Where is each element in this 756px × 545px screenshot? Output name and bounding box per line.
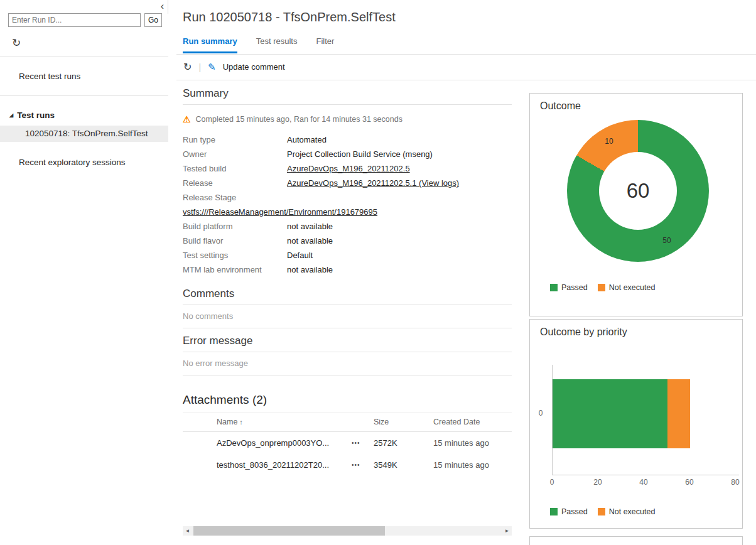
attachment-name[interactable]: AzDevOps_onpremp0003YO... (217, 438, 352, 448)
scrollbar-track[interactable] (192, 526, 502, 536)
next-card-partial (529, 536, 743, 545)
bar-segment-passed[interactable] (553, 379, 667, 448)
passed-swatch (550, 508, 558, 515)
release-stage-link[interactable]: vstfs:///ReleaseManagement/Environment/1… (183, 205, 377, 219)
divider (183, 328, 512, 328)
field-release: Release AzureDevOps_M196_20211202.5.1 (V… (183, 176, 512, 190)
go-button[interactable]: Go (144, 13, 162, 27)
test-runs-tree-label: Test runs (17, 111, 55, 120)
scroll-left-arrow-icon[interactable]: ◄ (183, 528, 192, 534)
divider (176, 54, 756, 55)
comments-empty-text: No comments (183, 305, 512, 328)
priority-card-title: Outcome by priority (530, 320, 742, 338)
legend-label-not-executed: Not executed (609, 283, 656, 292)
outcome-donut-chart: 60 10 50 (567, 120, 709, 262)
not-executed-swatch (598, 284, 605, 291)
run-id-input[interactable] (8, 13, 141, 27)
bar-segment-not-executed[interactable] (667, 379, 691, 448)
legend-label-not-executed: Not executed (609, 507, 656, 516)
summary-heading: Summary (183, 87, 512, 100)
field-test-settings: Test settings Default (183, 248, 512, 262)
outcome-legend: Passed Not executed (550, 283, 655, 292)
tree-expanded-icon: ◢ (9, 113, 13, 118)
x-tick-label: 60 (685, 478, 693, 487)
legend-item-passed: Passed (550, 507, 588, 516)
toolbar-refresh-icon[interactable]: ↻ (183, 61, 192, 73)
tab-test-results[interactable]: Test results (256, 36, 298, 53)
field-tested-build: Tested build AzureDevOps_M196_20211202.5 (183, 161, 512, 176)
outcome-by-priority-card: Outcome by priority 0 0 20 40 60 80 Pass… (529, 319, 743, 529)
legend-item-not-executed: Not executed (598, 507, 656, 516)
collapse-panel-icon[interactable]: ‹ (161, 1, 164, 11)
refresh-icon[interactable]: ↻ (12, 37, 21, 49)
run-status-row: ⚠ Completed 15 minutes ago, Ran for 14 m… (183, 114, 512, 124)
priority-bar (553, 379, 690, 448)
field-build-platform: Build platform not available (183, 219, 512, 234)
field-build-flavor: Build flavor not available (183, 234, 512, 248)
toolbar: ↻ | ✎ Update comment (183, 61, 285, 73)
scroll-right-arrow-icon[interactable]: ► (502, 528, 512, 534)
divider (183, 375, 512, 375)
error-heading: Error message (183, 335, 512, 347)
legend-label-passed: Passed (561, 283, 588, 292)
legend-item-not-executed: Not executed (598, 283, 656, 292)
release-link[interactable]: AzureDevOps_M196_20211202.5.1 (View logs… (287, 176, 459, 190)
error-empty-text: No error message (183, 352, 512, 375)
field-mtm-lab-environment: MTM lab environment not available (183, 262, 512, 277)
category-label: 0 (535, 409, 546, 418)
not-executed-swatch (598, 508, 605, 515)
field-release-stage-value: vstfs:///ReleaseManagement/Environment/1… (183, 205, 512, 219)
column-header-size[interactable]: Size (374, 418, 433, 426)
edit-pencil-icon[interactable]: ✎ (208, 62, 216, 73)
tested-build-link[interactable]: AzureDevOps_M196_20211202.5 (287, 161, 410, 176)
sort-ascending-icon: ↑ (239, 418, 243, 426)
recent-exploratory-sessions-link[interactable]: Recent exploratory sessions (0, 158, 168, 167)
toolbar-separator: | (198, 62, 201, 72)
warning-icon: ⚠ (183, 114, 191, 124)
main-panel: Run 102050718 - TfsOnPrem.SelfTest Run s… (168, 0, 756, 545)
summary-fields: Run type Automated Owner Project Collect… (183, 132, 512, 277)
passed-swatch (550, 284, 558, 291)
attachment-name[interactable]: testhost_8036_20211202T20... (217, 460, 352, 470)
priority-legend: Passed Not executed (550, 507, 655, 516)
comments-heading: Comments (183, 288, 512, 300)
x-tick-label: 0 (550, 478, 554, 487)
run-summary-content: Summary ⚠ Completed 15 minutes ago, Ran … (183, 80, 512, 476)
x-tick-label: 40 (639, 478, 647, 487)
update-comment-button[interactable]: Update comment (223, 62, 285, 72)
slice-label-not-executed: 10 (605, 137, 613, 146)
divider (0, 95, 168, 96)
attachments-heading: Attachments (2) (183, 393, 512, 407)
legend-label-passed: Passed (561, 507, 588, 516)
more-options-icon[interactable]: ••• (352, 440, 374, 446)
sidebar: ‹ Go ↻ Recent test runs ◢ Test runs 1020… (0, 0, 168, 545)
outcome-total: 60 (599, 152, 677, 230)
slice-label-passed: 50 (662, 236, 671, 245)
x-tick-label: 20 (593, 478, 602, 487)
tab-run-summary[interactable]: Run summary (183, 36, 237, 53)
attachments-header-row: Name↑ Size Created Date (183, 413, 512, 432)
column-header-name[interactable]: Name↑ (217, 418, 352, 426)
recent-test-runs-link[interactable]: Recent test runs (0, 57, 168, 95)
run-status-text: Completed 15 minutes ago, Ran for 14 min… (196, 115, 402, 124)
tab-filter[interactable]: Filter (316, 36, 334, 53)
tab-bar: Run summary Test results Filter (183, 36, 334, 53)
scrollbar-thumb[interactable] (193, 526, 385, 536)
x-axis-line (552, 475, 739, 475)
attachment-created-date: 15 minutes ago (433, 438, 489, 448)
outcome-card: Outcome 60 10 50 Passed Not executed (529, 93, 743, 316)
page-title: Run 102050718 - TfsOnPrem.SelfTest (183, 10, 396, 24)
attachment-row: testhost_8036_20211202T20... ••• 3549K 1… (183, 454, 512, 476)
attachment-created-date: 15 minutes ago (433, 460, 489, 470)
sidebar-refresh-row: ↻ (0, 27, 168, 57)
more-options-icon[interactable]: ••• (352, 461, 374, 468)
run-id-search-row: Go (0, 0, 168, 27)
field-release-stage: Release Stage (183, 190, 512, 205)
horizontal-scrollbar[interactable]: ◄ ► (183, 526, 512, 536)
divider (183, 104, 512, 105)
test-runs-tree-header[interactable]: ◢ Test runs (0, 111, 168, 120)
x-tick-label: 80 (731, 478, 739, 487)
attachment-row: AzDevOps_onpremp0003YO... ••• 2572K 15 m… (183, 432, 512, 454)
test-run-item-selected[interactable]: 102050718: TfsOnPrem.SelfTest (0, 126, 168, 142)
column-header-created-date[interactable]: Created Date (433, 418, 480, 426)
